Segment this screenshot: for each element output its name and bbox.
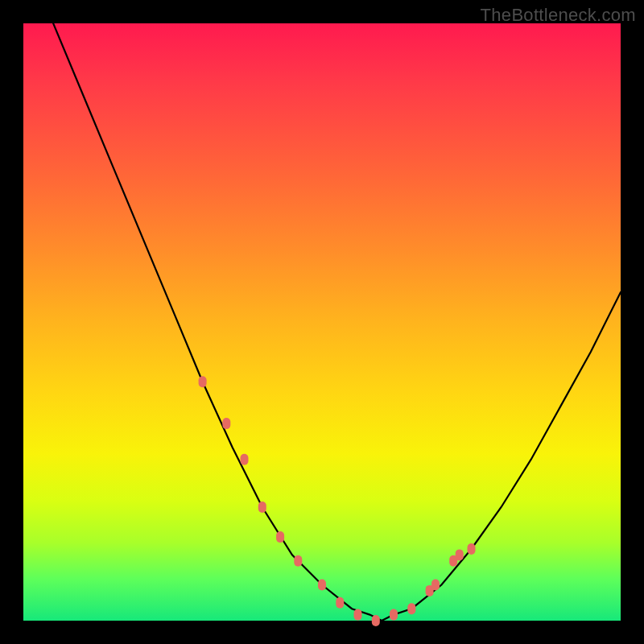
highlight-marker: [318, 580, 326, 591]
highlight-marker: [276, 531, 284, 543]
highlight-marker: [199, 376, 207, 387]
watermark-text: TheBottleneck.com: [481, 5, 636, 26]
highlight-marker: [468, 543, 476, 555]
highlight-marker: [407, 603, 415, 614]
highlight-marker: [456, 549, 464, 560]
highlight-marker: [354, 609, 362, 621]
highlight-marker: [336, 597, 344, 609]
highlight-marker: [294, 555, 302, 567]
bottleneck-curve-svg: [23, 23, 621, 621]
highlight-marker: [258, 502, 266, 513]
highlight-marker: [390, 609, 398, 621]
plot-area: [23, 23, 621, 621]
bottleneck-curve: [23, 0, 621, 621]
highlight-marker: [241, 454, 249, 465]
highlight-marker: [372, 615, 380, 626]
highlight-marker: [431, 580, 440, 591]
highlight-marker: [222, 418, 230, 429]
chart-frame: TheBottleneck.com: [0, 0, 644, 644]
highlight-markers: [199, 376, 476, 626]
